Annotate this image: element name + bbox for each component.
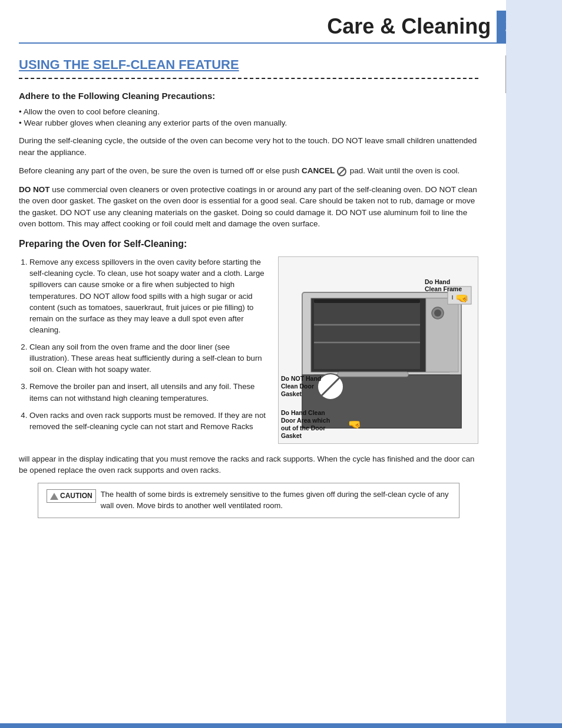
oven-diagram: 🤜 🤜 Do Hand Clean Frame Do N xyxy=(278,256,478,444)
caution-label: CAUTION xyxy=(60,491,92,501)
svg-text:Do NOT Hand: Do NOT Hand xyxy=(281,375,321,382)
step-1: Remove any excess spillovers in the oven… xyxy=(29,256,270,335)
svg-text:🤜: 🤜 xyxy=(455,292,469,305)
bullet-list: Allow the oven to cool before cleaning. … xyxy=(19,106,478,129)
preparing-heading: Preparing the Oven for Self-Cleaning: xyxy=(19,237,478,251)
step-4-partial: Oven racks and oven rack supports must b… xyxy=(29,410,270,432)
svg-text:Do Hand Clean: Do Hand Clean xyxy=(281,409,325,416)
svg-text:Gasket: Gasket xyxy=(281,432,302,439)
bullet-item-2: Wear rubber gloves when cleaning any ext… xyxy=(19,117,478,129)
page-title: Care & Cleaning xyxy=(19,11,497,42)
caution-badge: CAUTION xyxy=(47,489,96,503)
oven-svg: 🤜 🤜 Do Hand Clean Frame Do N xyxy=(279,257,479,440)
svg-text:Do Hand: Do Hand xyxy=(425,278,450,285)
lower-section: Remove any excess spillovers in the oven… xyxy=(19,256,478,444)
svg-text:out of the Door: out of the Door xyxy=(281,424,325,431)
page-header: Care & Cleaning 35 xyxy=(19,0,543,44)
bullet-item-1: Allow the oven to cool before cleaning. xyxy=(19,106,478,118)
svg-text:🤜: 🤜 xyxy=(348,418,362,431)
caution-text: The health of some birds is extremely se… xyxy=(101,489,451,512)
caution-box: CAUTION The health of some birds is extr… xyxy=(38,483,459,518)
sub-heading: Adhere to the Following Cleaning Precaut… xyxy=(19,90,478,103)
svg-text:Door Area which: Door Area which xyxy=(281,417,330,424)
cancel-icon xyxy=(337,167,346,176)
para-3-text: use commercial oven cleaners or oven pro… xyxy=(19,185,477,229)
para-2-suffix: pad. Wait until the oven is cool. xyxy=(350,166,459,175)
cancel-bold: CANCEL xyxy=(302,166,335,175)
step-4-continued: will appear in the display indicating th… xyxy=(19,453,478,476)
step-3: Remove the broiler pan and insert, all u… xyxy=(29,381,270,403)
do-not-bold: DO NOT xyxy=(19,185,50,194)
svg-rect-4 xyxy=(314,301,420,369)
svg-text:Gasket: Gasket xyxy=(281,390,302,397)
svg-text:Clean Door: Clean Door xyxy=(281,383,314,390)
bottom-bar xyxy=(0,723,562,728)
para-3: DO NOT use commercial oven cleaners or o… xyxy=(19,184,478,230)
section-heading: USING THE SELF-CLEAN FEATURE xyxy=(19,55,478,74)
step-2: Clean any soil from the oven frame and t… xyxy=(29,341,270,375)
svg-rect-10 xyxy=(338,372,408,377)
para-2-prefix: Before cleaning any part of the oven, be… xyxy=(19,166,302,175)
steps-list: Remove any excess spillovers in the oven… xyxy=(19,256,270,444)
section-divider xyxy=(19,78,478,79)
caution-triangle-icon xyxy=(50,493,58,500)
svg-text:Clean Frame: Clean Frame xyxy=(425,285,462,292)
svg-rect-11 xyxy=(314,299,420,303)
svg-point-9 xyxy=(434,309,441,317)
para-1: During the self-cleaning cycle, the outs… xyxy=(19,135,478,158)
para-2: Before cleaning any part of the oven, be… xyxy=(19,165,478,177)
